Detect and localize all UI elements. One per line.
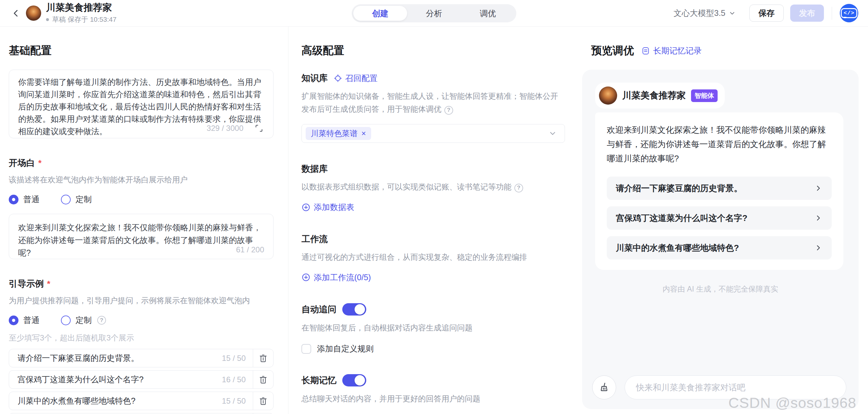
auto-followup-desc: 在智能体回复后，自动根据对话内容生成追问问题 bbox=[302, 321, 565, 334]
mode-tabs: 创建 分析 调优 bbox=[352, 4, 516, 22]
add-workflow-label: 添加工作流(0/5) bbox=[314, 272, 371, 283]
chat-input[interactable] bbox=[625, 376, 846, 400]
example-input[interactable]: 川菜中的水煮鱼有哪些地域特色? bbox=[9, 395, 222, 406]
auto-followup-label-row: 自动追问 bbox=[302, 303, 565, 316]
status-text: 草稿 保存于 10:53:47 bbox=[52, 15, 116, 24]
knowledge-label: 知识库 bbox=[302, 72, 328, 84]
tab-analyze[interactable]: 分析 bbox=[407, 6, 461, 21]
title-block: 川菜美食推荐家 草稿 保存于 10:53:47 bbox=[46, 2, 116, 24]
welcome-bubble: 欢迎来到川菜文化探索之旅！我不仅能带你领略川菜的麻辣与鲜香，还能为你讲述每一道菜… bbox=[595, 113, 843, 270]
radio-label: 普通 bbox=[23, 194, 39, 205]
recall-config-label: 召回配置 bbox=[345, 73, 378, 84]
auto-followup-toggle[interactable] bbox=[342, 303, 366, 316]
examples-label-row: 引导示例 * bbox=[9, 278, 274, 290]
radio-examples-normal[interactable]: 普通 bbox=[9, 315, 39, 325]
broom-icon bbox=[598, 382, 610, 393]
example-input[interactable]: 请介绍一下麻婆豆腐的历史背景。 bbox=[9, 353, 222, 363]
persona-counter: 329 / 3000 bbox=[204, 124, 243, 133]
publish-button[interactable]: 发布 bbox=[790, 4, 824, 22]
top-header: 川菜美食推荐家 草稿 保存于 10:53:47 创建 分析 调优 文心大模型3.… bbox=[0, 0, 868, 27]
trash-icon bbox=[258, 375, 268, 384]
knowledge-select[interactable]: 川菜特色菜谱 × bbox=[302, 124, 565, 143]
long-memory-desc: 总结聊天对话的内容，并用于更好的回答用户的问题 bbox=[302, 392, 565, 405]
header-actions: 文心大模型3.5 保存 发布 </> bbox=[674, 4, 858, 22]
trash-icon bbox=[258, 353, 268, 363]
main-content: 基础配置 你需要详细了解每道川菜的制作方法、历史故事和地域特色。当用户询问某道川… bbox=[0, 27, 868, 414]
radio-unselected-icon bbox=[61, 316, 71, 325]
agent-avatar bbox=[26, 5, 41, 21]
clear-chat-button[interactable] bbox=[592, 376, 616, 400]
chevron-right-icon bbox=[814, 214, 823, 222]
preview-column: 预览调优 长期记忆记录 川菜美食推荐家 智能体 欢迎来到川菜文化探索之旅！我不仅… bbox=[580, 27, 868, 414]
draft-status: 草稿 保存于 10:53:47 bbox=[46, 15, 116, 24]
custom-rule-checkbox[interactable] bbox=[302, 344, 311, 354]
preview-heading-row: 预览调优 长期记忆记录 bbox=[591, 43, 868, 58]
memory-log-link[interactable]: 长期记忆记录 bbox=[641, 45, 702, 56]
example-counter: 16 / 50 bbox=[222, 375, 246, 384]
suggested-question[interactable]: 宫保鸡丁这道菜为什么叫这个名字? bbox=[607, 206, 832, 230]
help-icon[interactable] bbox=[515, 184, 523, 192]
opening-desc: 该描述将在欢迎气泡内作为智能体开场白展示给用户 bbox=[9, 174, 274, 185]
custom-rule-label: 添加自定义规则 bbox=[317, 343, 374, 354]
basic-config-heading: 基础配置 bbox=[9, 43, 274, 58]
knowledge-tag-label: 川菜特色菜谱 bbox=[311, 128, 358, 139]
advanced-config-column: 高级配置 知识库 召回配置 扩展智能体的知识储备，智能生成人设，让智能体回答更精… bbox=[288, 27, 580, 414]
radio-examples-custom[interactable]: 定制 bbox=[61, 315, 106, 325]
expand-button[interactable] bbox=[253, 123, 265, 134]
custom-rule-row: 添加自定义规则 bbox=[302, 343, 565, 354]
target-icon bbox=[334, 74, 342, 83]
preview-panel: 川菜美食推荐家 智能体 欢迎来到川菜文化探索之旅！我不仅能带你领略川菜的麻辣与鲜… bbox=[582, 70, 859, 409]
question-text: 请介绍一下麻婆豆腐的历史背景。 bbox=[616, 183, 742, 194]
model-name: 文心大模型3.5 bbox=[674, 8, 725, 19]
help-icon[interactable] bbox=[97, 316, 106, 325]
api-access-button[interactable]: </> bbox=[840, 4, 858, 22]
opening-label: 开场白 bbox=[9, 157, 35, 169]
back-icon bbox=[11, 8, 21, 18]
opening-counter: 61 / 200 bbox=[236, 245, 264, 254]
expand-icon bbox=[254, 123, 264, 133]
radio-selected-icon bbox=[9, 195, 19, 204]
database-section: 数据库 以数据表形式组织数据，可以实现类似记账、读书笔记等功能 添加数据表 bbox=[302, 163, 565, 213]
save-button[interactable]: 保存 bbox=[749, 4, 784, 22]
header-divider bbox=[832, 7, 832, 20]
persona-textarea[interactable]: 你需要详细了解每道川菜的制作方法、历史故事和地域特色。当用户询问某道川菜时，你应… bbox=[9, 70, 274, 138]
memory-log-label: 长期记忆记录 bbox=[653, 45, 702, 56]
workflow-section: 工作流 通过可视化的方式进行组合，从而实现复杂、稳定的业务流程编排 添加工作流(… bbox=[302, 233, 565, 283]
examples-hint: 至少填写3个，超出后随机取3个展示 bbox=[9, 333, 274, 343]
welcome-text: 欢迎来到川菜文化探索之旅！我不仅能带你领略川菜的麻辣与鲜香，还能为你讲述每一道菜… bbox=[607, 123, 832, 165]
long-memory-label-row: 长期记忆 bbox=[302, 374, 565, 386]
radio-label: 定制 bbox=[75, 194, 92, 205]
add-datatable-button[interactable]: 添加数据表 bbox=[302, 202, 354, 213]
database-desc: 以数据表形式组织数据，可以实现类似记账、读书笔记等功能 bbox=[302, 181, 565, 193]
long-memory-label: 长期记忆 bbox=[302, 375, 336, 386]
suggested-question[interactable]: 川菜中的水煮鱼有哪些地域特色? bbox=[607, 236, 832, 259]
opening-label-row: 开场白 * bbox=[9, 157, 274, 169]
workflow-desc: 通过可视化的方式进行组合，从而实现复杂、稳定的业务流程编排 bbox=[302, 251, 565, 264]
tab-create[interactable]: 创建 bbox=[353, 6, 407, 21]
add-workflow-button[interactable]: 添加工作流(0/5) bbox=[302, 272, 371, 283]
knowledge-label-row: 知识库 召回配置 bbox=[302, 72, 565, 84]
help-icon[interactable] bbox=[444, 106, 453, 115]
knowledge-desc: 扩展智能体的知识储备，智能生成人设，让智能体回答更精准；智能体公开发布后可生成优… bbox=[302, 90, 565, 116]
example-input[interactable]: 宫保鸡丁这道菜为什么叫这个名字? bbox=[9, 374, 222, 385]
question-text: 川菜中的水煮鱼有哪些地域特色? bbox=[616, 242, 739, 254]
model-selector[interactable]: 文心大模型3.5 bbox=[674, 8, 736, 19]
page-title: 川菜美食推荐家 bbox=[46, 2, 116, 13]
suggested-question[interactable]: 请介绍一下麻婆豆腐的历史背景。 bbox=[607, 177, 832, 200]
radio-opening-normal[interactable]: 普通 bbox=[9, 194, 39, 205]
recall-config-link[interactable]: 召回配置 bbox=[334, 73, 378, 84]
back-button[interactable] bbox=[10, 7, 22, 20]
delete-example-button[interactable] bbox=[253, 353, 273, 363]
preview-heading: 预览调优 bbox=[591, 43, 634, 58]
add-datatable-label: 添加数据表 bbox=[314, 202, 354, 213]
long-memory-toggle[interactable] bbox=[342, 374, 366, 386]
agent-header-card: 川菜美食推荐家 智能体 bbox=[595, 83, 725, 108]
tab-tune[interactable]: 调优 bbox=[461, 6, 515, 21]
radio-opening-custom[interactable]: 定制 bbox=[61, 194, 92, 205]
delete-example-button[interactable] bbox=[253, 375, 273, 384]
remove-tag-icon[interactable]: × bbox=[362, 130, 366, 137]
example-input-row: 请介绍一下麻婆豆腐的历史背景。 15 / 50 bbox=[9, 349, 274, 368]
auto-followup-label: 自动追问 bbox=[302, 304, 336, 315]
opening-textarea[interactable]: 欢迎来到川菜文化探索之旅！我不仅能带你领略川菜的麻辣与鲜香，还能为你讲述每一道菜… bbox=[9, 214, 274, 259]
delete-example-button[interactable] bbox=[253, 396, 273, 406]
